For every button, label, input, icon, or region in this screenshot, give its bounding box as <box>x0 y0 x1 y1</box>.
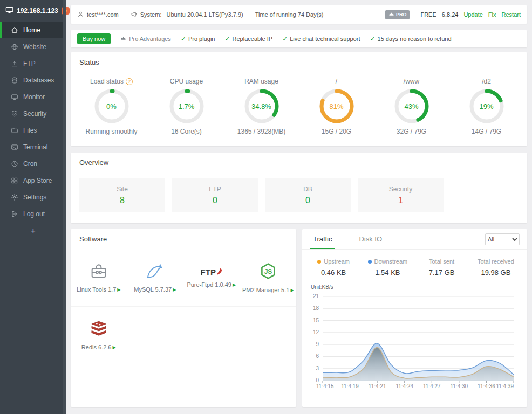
sidebar-item-terminal[interactable]: Terminal <box>0 139 66 155</box>
check-icon: ✓ <box>282 35 288 43</box>
user-group[interactable]: test****.com <box>77 11 119 19</box>
fix-link[interactable]: Fix <box>488 11 496 18</box>
gear-icon <box>11 194 18 201</box>
sidebar-item-website[interactable]: Website <box>0 38 66 55</box>
svg-text:11:4:27: 11:4:27 <box>423 383 441 389</box>
sidebar-item-files[interactable]: Files <box>0 122 66 139</box>
overview-title: Overview <box>71 153 527 172</box>
svg-text:3: 3 <box>316 365 319 371</box>
traffic-stat-value: 19.98 GB <box>481 268 510 277</box>
gauge-value: 81% <box>319 88 354 124</box>
check-icon: ✓ <box>181 35 186 43</box>
overview-stat-ftp[interactable]: FTP 0 <box>172 178 258 212</box>
sidebar-scrollbar[interactable] <box>63 0 66 414</box>
svg-text:21: 21 <box>313 293 319 299</box>
software-item-pure-ftpd[interactable]: FTP Pure-Ftpd 1.0.49 ▶ <box>183 249 240 307</box>
svg-text:11:4:15: 11:4:15 <box>316 383 334 389</box>
tab-disk-io[interactable]: Disk IO <box>356 229 385 249</box>
svg-text:6: 6 <box>316 353 319 359</box>
overview-section: Overview Site 8 FTP 0 DB 0 Security 1 <box>71 153 527 223</box>
status-gauge: Load status? 0% Running smoothly <box>74 78 149 135</box>
sidebar-item-label: FTP <box>23 60 36 67</box>
pro-badge[interactable]: PRO <box>385 10 410 19</box>
status-gauge: /d2 19% 14G / 79G <box>449 78 524 135</box>
overview-stat-label: FTP <box>209 185 221 193</box>
svg-text:11:4:21: 11:4:21 <box>369 383 386 389</box>
user-icon <box>77 11 84 19</box>
svg-text:15: 15 <box>313 318 319 323</box>
traffic-stat-label: Total sent <box>429 258 454 265</box>
running-indicator-icon: ▶ <box>233 282 236 287</box>
folder-icon <box>11 127 18 134</box>
system-value: Ubuntu 20.04.1 LTS(Py3.7.9) <box>166 11 243 18</box>
sidebar-item-label: Databases <box>23 77 54 84</box>
status-gauge: RAM usage 34.8% 1365 / 3928(MB) <box>224 78 299 135</box>
traffic-stat: Downstream 1.54 KB <box>360 258 414 277</box>
gauge-value: 0% <box>94 88 129 124</box>
traffic-stat-label: Total received <box>478 258 514 265</box>
gauge-subtext: Running smoothly <box>85 128 137 135</box>
sidebar-item-label: Settings <box>23 194 46 201</box>
sidebar-item-security[interactable]: Security <box>0 105 66 122</box>
overview-stat-value: 0 <box>305 196 310 205</box>
sidebar-item-label: Website <box>23 43 46 51</box>
software-item-pm2[interactable]: JS PM2 Manager 5.1 ▶ <box>240 249 297 307</box>
ftp-icon: FTP <box>201 267 222 277</box>
sidebar-item-monitor[interactable]: Monitor <box>0 88 66 105</box>
status-gauge: / 81% 15G / 20G <box>299 78 374 135</box>
software-section: Software Linux Tools 1.7 ▶ MySQL 5.7.37 … <box>71 229 296 407</box>
sidebar-item-cron[interactable]: Cron <box>0 155 66 172</box>
overview-stat-db[interactable]: DB 0 <box>265 178 351 212</box>
sidebar-item-label: Files <box>23 127 37 134</box>
status-gauge: CPU usage 1.7% 16 Core(s) <box>149 78 224 135</box>
software-item-mysql[interactable]: MySQL 5.7.37 ▶ <box>127 249 184 307</box>
software-empty-cell <box>183 364 240 407</box>
running-indicator-icon: ▶ <box>113 345 116 350</box>
svg-text:11:4:30: 11:4:30 <box>451 383 468 389</box>
software-name: Linux Tools 1.7 <box>77 286 116 293</box>
mysql-icon <box>145 263 165 281</box>
upload-icon <box>11 60 18 67</box>
overview-stat-label: DB <box>303 185 312 193</box>
sidebar-item-settings[interactable]: Settings <box>0 189 66 205</box>
sidebar-item-home[interactable]: Home <box>0 22 66 38</box>
software-empty-cell <box>127 364 184 407</box>
help-icon[interactable]: ? <box>126 78 133 85</box>
redis-icon <box>89 320 108 339</box>
traffic-range-select[interactable]: All <box>485 233 520 245</box>
server-header[interactable]: 192.168.1.123 0 <box>0 0 66 22</box>
sidebar-item-log-out[interactable]: Log out <box>0 205 66 222</box>
buy-now-button[interactable]: Buy now <box>77 33 111 44</box>
sidebar-item-label: App Store <box>23 177 52 184</box>
software-item-redis[interactable]: Redis 6.2.6 ▶ <box>71 307 127 364</box>
crown-icon <box>388 11 394 18</box>
tab-traffic[interactable]: Traffic <box>310 229 335 249</box>
sidebar-item-ftp[interactable]: FTP <box>0 55 66 72</box>
update-link[interactable]: Update <box>463 11 482 18</box>
terminal-icon <box>11 143 18 151</box>
software-item-linux[interactable]: Linux Tools 1.7 ▶ <box>71 249 127 307</box>
home-icon <box>11 26 18 34</box>
crown-icon <box>120 36 126 43</box>
svg-text:12: 12 <box>313 329 319 335</box>
running-indicator-icon: ▶ <box>117 287 120 292</box>
sidebar-add-button[interactable]: + <box>0 222 66 239</box>
computer-icon <box>5 6 13 16</box>
svg-text:JS: JS <box>264 268 272 275</box>
check-icon: ✓ <box>224 35 230 43</box>
restart-link[interactable]: Restart <box>502 11 521 18</box>
overview-stat-security[interactable]: Security 1 <box>358 178 444 212</box>
sidebar-item-databases[interactable]: Databases <box>0 72 66 88</box>
gauge-subtext: 16 Core(s) <box>171 128 202 135</box>
overview-stat-site[interactable]: Site 8 <box>79 178 165 212</box>
gauge-subtext: 15G / 20G <box>322 128 351 135</box>
overview-stat-value: 0 <box>213 196 217 205</box>
overview-stat-value: 1 <box>398 196 403 205</box>
sidebar-item-app-store[interactable]: App Store <box>0 172 66 189</box>
traffic-area-chart: 03691215182111:4:1511:4:1911:4:2111:4:24… <box>306 290 518 397</box>
main-content: test****.com System: Ubuntu 20.04.1 LTS(… <box>66 0 532 414</box>
top-bar: test****.com System: Ubuntu 20.04.1 LTS(… <box>71 5 527 24</box>
clock-icon <box>11 160 18 168</box>
gauge-label: RAM usage <box>244 78 278 85</box>
uptime-text: Time of running 74 Day(s) <box>255 11 324 18</box>
